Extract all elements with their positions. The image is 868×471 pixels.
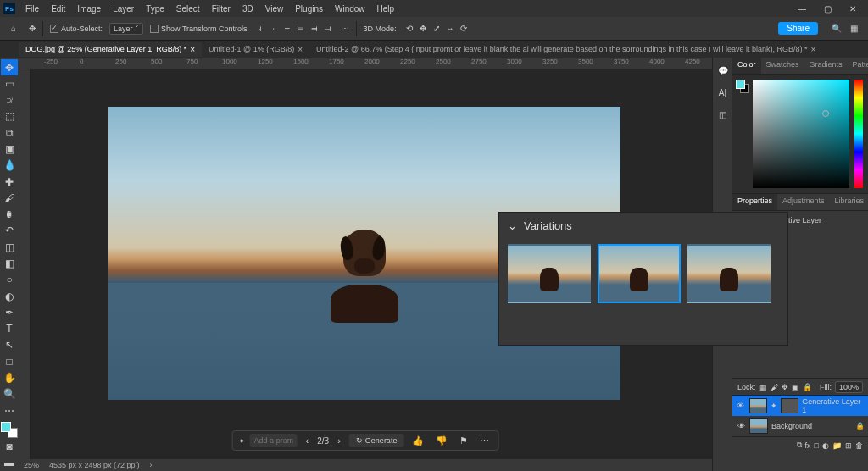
- adjustments-tab[interactable]: Adjustments: [777, 194, 830, 210]
- healing-tool[interactable]: ✚: [1, 174, 18, 190]
- menu-help[interactable]: Help: [372, 3, 400, 15]
- patterns-tab[interactable]: Patterns: [848, 58, 868, 74]
- maximize-button[interactable]: ▢: [815, 1, 839, 16]
- lock-artboard-icon[interactable]: ▣: [792, 383, 799, 391]
- thumbs-down-icon[interactable]: 👎: [432, 434, 451, 448]
- quickmask-tool[interactable]: ◙: [1, 438, 18, 454]
- more-align-icon[interactable]: ⋯: [341, 24, 349, 33]
- menu-plugins[interactable]: Plugins: [290, 3, 328, 15]
- status-chevron-icon[interactable]: ›: [150, 461, 153, 469]
- document-tab-1[interactable]: Untitled-1 @ 1% (RGB/8)×: [202, 42, 309, 57]
- variation-thumb-2[interactable]: [687, 244, 771, 303]
- adjustment-layer-icon[interactable]: ◐: [822, 441, 829, 450]
- align-right-icon[interactable]: ⫟: [281, 24, 293, 33]
- layer-name[interactable]: Generative Layer 1: [802, 397, 865, 414]
- rotate-icon[interactable]: ⟳: [458, 24, 470, 33]
- swatches-tab[interactable]: Swatches: [761, 58, 804, 74]
- prompt-input[interactable]: [250, 434, 298, 447]
- blur-tool[interactable]: ○: [1, 272, 18, 288]
- generate-button[interactable]: ↻Generate: [349, 434, 404, 447]
- variation-thumb-1[interactable]: [598, 244, 681, 303]
- document-tab-0[interactable]: DOG.jpg @ 25% (Generative Layer 1, RGB/8…: [19, 42, 202, 57]
- thumbs-up-icon[interactable]: 👍: [409, 434, 427, 448]
- lasso-tool[interactable]: ⟉: [1, 92, 18, 108]
- marquee-tool[interactable]: ▭: [1, 75, 18, 91]
- lock-position-icon[interactable]: ✥: [782, 383, 788, 391]
- flag-icon[interactable]: ⚑: [456, 434, 471, 448]
- libraries-panel-icon[interactable]: ◫: [715, 107, 731, 122]
- dodge-tool[interactable]: ◐: [1, 288, 18, 304]
- lock-pixels-icon[interactable]: 🖌: [771, 383, 778, 391]
- show-transform-checkbox[interactable]: Show Transform Controls: [150, 25, 248, 33]
- search-icon[interactable]: 🔍: [832, 24, 842, 33]
- pen-tool[interactable]: ✒: [1, 304, 18, 320]
- close-tab-icon[interactable]: ×: [298, 45, 303, 54]
- layer-row-0[interactable]: 👁 ✦ Generative Layer 1: [732, 396, 868, 416]
- ruler-vertical[interactable]: [19, 69, 31, 459]
- path-select-tool[interactable]: ↖: [1, 337, 18, 353]
- comments-panel-icon[interactable]: 💬: [715, 63, 731, 78]
- zoom-tool[interactable]: 🔍: [1, 386, 18, 402]
- ruler-horizontal[interactable]: -250025050075010001250150017502000225025…: [19, 58, 712, 69]
- share-button[interactable]: Share: [778, 22, 818, 35]
- color-tab[interactable]: Color: [732, 58, 761, 74]
- document-tab-2[interactable]: Untitled-2 @ 66.7% (Step 4 (Input promt …: [309, 42, 822, 57]
- move-tool[interactable]: ✥: [1, 59, 18, 75]
- history-brush-tool[interactable]: ↶: [1, 223, 18, 239]
- menu-image[interactable]: Image: [72, 3, 106, 15]
- minimize-button[interactable]: —: [790, 1, 814, 16]
- link-layers-icon[interactable]: ⧉: [797, 441, 802, 450]
- layer-name[interactable]: Background: [771, 422, 812, 430]
- align-center-h-icon[interactable]: ⫠: [268, 24, 280, 33]
- visibility-icon[interactable]: 👁: [736, 402, 746, 410]
- crop-tool[interactable]: ⧉: [1, 125, 18, 141]
- slide-icon[interactable]: ↔: [444, 24, 456, 33]
- align-bottom-icon[interactable]: ⫣: [322, 24, 334, 33]
- layer-thumbnail[interactable]: [749, 418, 768, 434]
- gradients-tab[interactable]: Gradients: [804, 58, 848, 74]
- variation-thumb-0[interactable]: [508, 244, 591, 303]
- color-swatches[interactable]: [1, 422, 18, 438]
- shape-tool[interactable]: □: [1, 353, 18, 369]
- layer-row-1[interactable]: 👁 Background 🔒: [732, 416, 868, 436]
- align-middle-icon[interactable]: ⫤: [309, 24, 320, 33]
- menu-file[interactable]: File: [20, 3, 44, 15]
- home-icon[interactable]: ⌂: [5, 20, 22, 37]
- menu-view[interactable]: View: [260, 3, 289, 15]
- dolly-icon[interactable]: ⤢: [431, 24, 442, 33]
- zoom-level[interactable]: 25%: [24, 461, 39, 469]
- screenmode-tool[interactable]: ▬: [1, 455, 18, 471]
- hue-slider[interactable]: [854, 80, 863, 188]
- color-picker[interactable]: [732, 75, 868, 193]
- lock-all-icon[interactable]: 🔒: [803, 383, 812, 391]
- new-layer-icon[interactable]: ⊞: [845, 441, 852, 450]
- stamp-tool[interactable]: ⧯: [1, 207, 18, 223]
- more-icon[interactable]: ⋯: [476, 434, 492, 448]
- frame-tool[interactable]: ▣: [1, 141, 18, 157]
- libraries-tab[interactable]: Libraries: [830, 194, 868, 210]
- delete-layer-icon[interactable]: 🗑: [855, 441, 863, 450]
- menu-3d[interactable]: 3D: [237, 3, 259, 15]
- eyedropper-tool[interactable]: 💧: [1, 158, 18, 174]
- workspace-icon[interactable]: ▦: [850, 24, 858, 33]
- next-variation-icon[interactable]: ›: [334, 434, 344, 447]
- type-tool[interactable]: T: [1, 321, 18, 337]
- brush-tool[interactable]: 🖌: [1, 190, 18, 206]
- object-select-tool[interactable]: ⬚: [1, 108, 18, 125]
- menu-type[interactable]: Type: [141, 3, 170, 15]
- fill-dropdown[interactable]: 100%: [835, 381, 863, 393]
- edit-toolbar[interactable]: ⋯: [1, 402, 18, 418]
- properties-tab[interactable]: Properties: [732, 194, 777, 210]
- eraser-tool[interactable]: ◫: [1, 239, 18, 255]
- group-icon[interactable]: 📁: [832, 441, 842, 450]
- mask-thumbnail[interactable]: [781, 398, 798, 413]
- layer-thumbnail[interactable]: [749, 398, 767, 413]
- close-button[interactable]: ✕: [841, 1, 865, 16]
- menu-select[interactable]: Select: [171, 3, 205, 15]
- align-left-icon[interactable]: ⫞: [254, 24, 266, 33]
- chevron-down-icon[interactable]: ⌄: [508, 219, 517, 232]
- lock-transparency-icon[interactable]: ▦: [760, 383, 767, 391]
- saturation-brightness-field[interactable]: [753, 80, 849, 188]
- menu-layer[interactable]: Layer: [108, 3, 139, 15]
- auto-select-dropdown[interactable]: Layer ˅: [109, 23, 143, 35]
